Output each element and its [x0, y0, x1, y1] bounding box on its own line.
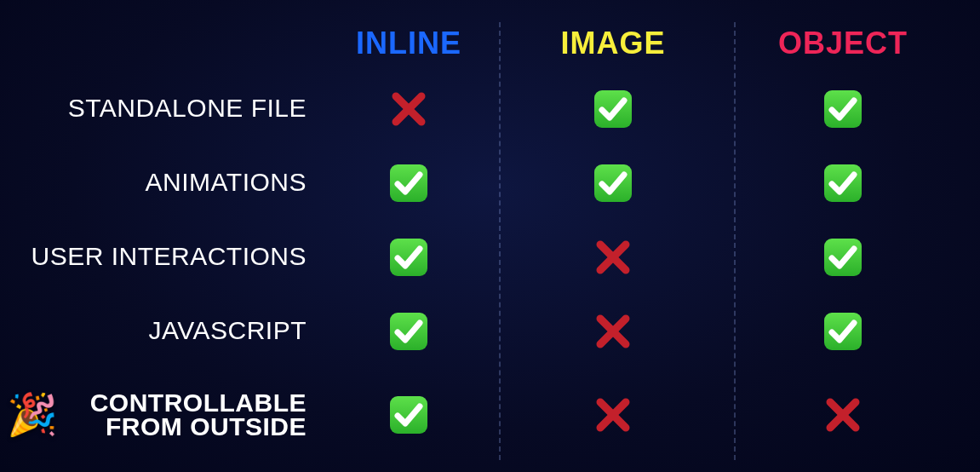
check-icon — [823, 89, 863, 129]
row-label-interactions: USER INTERACTIONS — [0, 245, 324, 269]
check-icon — [823, 238, 863, 277]
check-icon — [593, 164, 633, 203]
check-icon — [823, 164, 863, 203]
row-label-javascript: JAVASCRIPT — [0, 319, 324, 343]
cell-controllable-image — [494, 395, 732, 435]
cross-icon — [593, 312, 633, 351]
check-icon — [389, 312, 428, 351]
cross-icon — [389, 89, 428, 129]
cell-animations-inline — [324, 164, 494, 203]
row-label-controllable: 🎉 CONTROLLABLE FROM OUTSIDE — [0, 391, 324, 440]
comparison-table: INLINE IMAGE OBJECT STANDALONE FILE ANIM… — [0, 0, 980, 472]
cross-icon — [593, 395, 633, 435]
check-icon — [823, 312, 863, 351]
cross-icon — [593, 238, 633, 277]
column-separator — [499, 22, 501, 460]
cell-javascript-inline — [324, 312, 494, 351]
check-icon — [389, 164, 428, 203]
cell-animations-object — [732, 164, 954, 203]
cell-interactions-inline — [324, 238, 494, 277]
column-header-inline: INLINE — [324, 28, 494, 59]
cell-standalone-image — [494, 89, 732, 129]
party-popper-icon: 🎉 — [7, 394, 59, 435]
cell-standalone-object — [732, 89, 954, 129]
cell-interactions-object — [732, 238, 954, 277]
row-label-animations: ANIMATIONS — [0, 170, 324, 195]
cell-controllable-inline — [324, 395, 494, 435]
check-icon — [593, 89, 633, 129]
column-separator — [734, 22, 736, 460]
cell-javascript-object — [732, 312, 954, 351]
cell-interactions-image — [494, 238, 732, 277]
check-icon — [389, 238, 428, 277]
check-icon — [389, 395, 428, 435]
cell-javascript-image — [494, 312, 732, 351]
cell-animations-image — [494, 164, 732, 203]
row-label-standalone: STANDALONE FILE — [0, 96, 324, 121]
row-label-line2: FROM OUTSIDE — [106, 412, 307, 440]
cell-controllable-object — [732, 395, 954, 435]
column-header-image: IMAGE — [494, 28, 732, 59]
cell-standalone-inline — [324, 89, 494, 129]
column-header-object: OBJECT — [732, 28, 954, 59]
cross-icon — [823, 395, 863, 435]
